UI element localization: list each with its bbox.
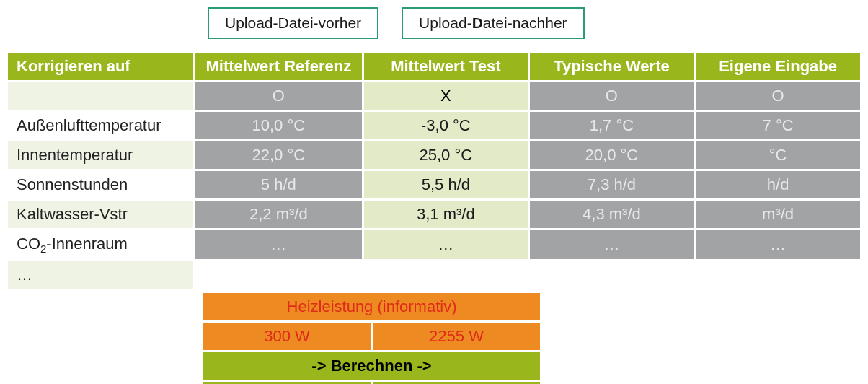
radio-typisch[interactable]: O [530, 82, 694, 110]
cell-typisch: 7,3 h/d [530, 171, 694, 198]
cell-referenz: 2,2 m³/d [195, 201, 362, 228]
selector-row: O X O O [8, 82, 860, 110]
row-innentemp: Innentemperatur 22,0 °C 25,0 °C 20,0 °C … [8, 141, 860, 169]
header-row: Korrigieren auf Mittelwert Referenz Mitt… [8, 53, 860, 80]
cell-eigene-input[interactable]: 7 °C [696, 112, 860, 139]
header-korrigieren: Korrigieren auf [8, 53, 193, 80]
upload-after-label-post: atei-nachher [483, 14, 567, 31]
upload-before-button[interactable]: Upload-Datei-vorher [208, 7, 378, 39]
label-co2: CO2-Innenraum [8, 230, 193, 259]
upload-before-label: Upload-Datei-vorher [225, 14, 361, 31]
row-kaltwasser: Kaltwasser-Vstr 2,2 m³/d 3,1 m³/d 4,3 m³… [8, 201, 860, 228]
header-eigene: Eigene Eingabe [696, 53, 860, 80]
heizleistung-referenz: 300 W [203, 323, 371, 350]
cell-typisch: 20,0 °C [530, 141, 694, 169]
cell-test: 25,0 °C [364, 141, 528, 169]
label-innentemp: Innentemperatur [8, 141, 193, 169]
heizleistung-test: 2255 W [373, 323, 540, 350]
cell-eigene-input[interactable]: m³/d [696, 201, 860, 228]
selector-blank [8, 82, 193, 110]
upload-after-label-bold: D [472, 14, 483, 31]
label-more: … [8, 261, 193, 289]
cell-referenz: 22,0 °C [195, 141, 362, 169]
cell-blank [364, 261, 528, 289]
radio-eigene[interactable]: O [696, 82, 860, 110]
cell-typisch: 1,7 °C [530, 112, 694, 139]
result-table: Heizleistung (informativ) 300 W 2255 W -… [201, 291, 542, 384]
co2-post: -Innenraum [46, 235, 128, 253]
cell-typisch: 4,3 m³/d [530, 201, 694, 228]
cell-eigene-input[interactable]: °C [696, 141, 860, 169]
cell-blank [195, 261, 362, 289]
cell-test: -3,0 °C [364, 112, 528, 139]
upload-buttons: Upload-Datei-vorher Upload-Datei-nachher [208, 7, 862, 39]
upload-after-button[interactable]: Upload-Datei-nachher [402, 7, 584, 39]
cell-referenz: … [195, 230, 362, 259]
cell-blank [530, 261, 694, 289]
row-more: … [8, 261, 860, 289]
label-aussenluft: Außenlufttemperatur [8, 112, 193, 139]
row-sonnenstunden: Sonnenstunden 5 h/d 5,5 h/d 7,3 h/d h/d [8, 171, 860, 198]
cell-referenz: 5 h/d [195, 171, 362, 198]
cell-test: 3,1 m³/d [364, 201, 528, 228]
cell-test: 5,5 h/d [364, 171, 528, 198]
cell-eigene-input[interactable]: … [696, 230, 860, 259]
label-sonnenstunden: Sonnenstunden [8, 171, 193, 198]
cell-typisch: … [530, 230, 694, 259]
radio-referenz[interactable]: O [195, 82, 362, 110]
cell-eigene-input[interactable]: h/d [696, 171, 860, 198]
upload-after-label-pre: Upload- [419, 14, 472, 31]
berechnen-button[interactable]: -> Berechnen -> [203, 352, 540, 380]
radio-test[interactable]: X [364, 82, 528, 110]
co2-pre: CO [17, 235, 40, 253]
label-kaltwasser: Kaltwasser-Vstr [8, 201, 193, 228]
row-co2: CO2-Innenraum … … … … [8, 230, 860, 259]
row-aussenluft: Außenlufttemperatur 10,0 °C -3,0 °C 1,7 … [8, 112, 860, 139]
correction-table: Korrigieren auf Mittelwert Referenz Mitt… [6, 51, 862, 291]
header-referenz: Mittelwert Referenz [195, 53, 362, 80]
cell-test: … [364, 230, 528, 259]
header-typisch: Typische Werte [530, 53, 694, 80]
heizleistung-title: Heizleistung (informativ) [203, 293, 540, 320]
cell-referenz: 10,0 °C [195, 112, 362, 139]
header-test: Mittelwert Test [364, 53, 528, 80]
cell-blank [696, 261, 860, 289]
